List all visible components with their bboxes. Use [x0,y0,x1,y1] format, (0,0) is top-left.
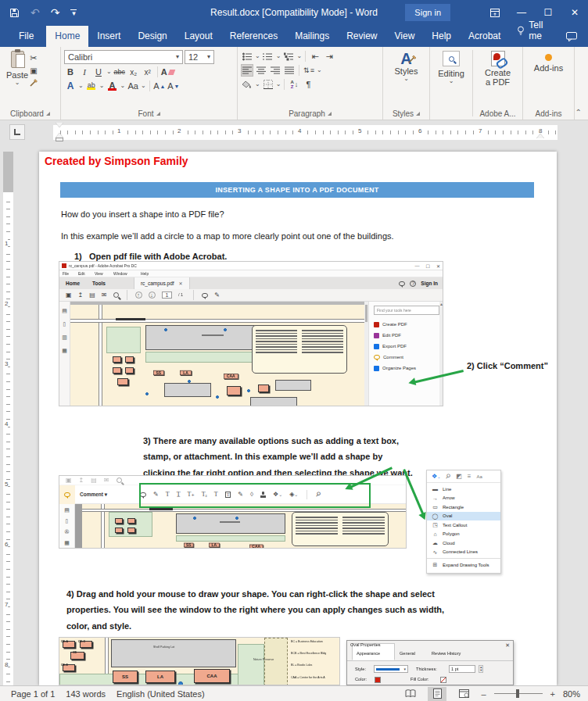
document-page[interactable]: Created by Simpson Family INSERTING A SH… [39,152,557,685]
dialog-tab-general[interactable]: General [395,643,426,660]
horizontal-ruler[interactable]: 1 2 3 4 5 6 7 8 [53,125,558,140]
attachments-panel-icon[interactable]: ▥ [62,334,67,341]
paperclip-icon[interactable]: ✇ [65,529,70,535]
bookmarks-panel-icon[interactable]: ▯ [63,321,66,327]
bookmark-icon[interactable]: ▯ [66,518,69,524]
web-layout-icon[interactable] [454,687,473,701]
tab-insert[interactable]: Insert [88,26,129,47]
shape-menu-cloud[interactable]: ☁Cloud [427,538,500,548]
underline-button[interactable]: U [92,66,105,78]
font-dialog-launcher-icon[interactable] [156,112,160,116]
layers-panel-icon[interactable]: ▦ [62,348,67,354]
drawing-tools-icon[interactable]: ❖⌄ [432,473,440,480]
tool-comment[interactable]: Comment [374,352,439,363]
layers-icon[interactable]: ▦ [64,540,70,546]
acrobat-menu-view[interactable]: View [95,271,103,276]
tab-review[interactable]: Review [338,26,385,47]
acrobat-close-icon[interactable]: ✕ [436,263,440,269]
save-icon[interactable] [9,8,20,18]
editing-button[interactable]: Editing ⌄ [430,47,472,84]
email-icon[interactable]: ✉ [104,477,109,484]
align-center-button[interactable] [255,64,267,77]
copy-page-icon[interactable]: ▤ [64,507,70,513]
tab-design[interactable]: Design [129,26,175,47]
print-icon[interactable]: ▤ [91,477,97,484]
add-ins-button[interactable]: Add-ins [523,47,574,73]
grow-font-button[interactable]: A▲ [153,80,166,92]
tab-file[interactable]: File [6,26,46,47]
zoom-slider[interactable] [494,693,543,694]
tab-acrobat[interactable]: Acrobat [460,26,509,47]
sign-in-button[interactable]: Sign in [405,4,450,21]
paste-button[interactable]: Paste ⌄ [6,47,28,108]
tell-me[interactable]: Tell me [509,15,566,47]
save-icon[interactable]: ▣ [66,477,72,484]
page-up-icon[interactable]: ↑ [135,291,142,299]
pin-icon[interactable]: ⚲ [444,472,452,481]
line-spacing-icon[interactable]: ⇅≡ [303,64,315,77]
tab-selector[interactable] [9,124,25,140]
acrobat-search-icon[interactable] [113,292,119,298]
collapse-ribbon-icon[interactable]: ⌃ [575,108,582,116]
zoom-out-icon[interactable]: – [481,689,486,699]
redo-icon[interactable]: ↷ [51,7,60,18]
tab-references[interactable]: References [221,26,286,47]
line-weight-icon[interactable]: ≡ [468,473,471,480]
clipboard-dialog-launcher-icon[interactable] [46,112,50,116]
text-effects-button[interactable]: A [64,80,77,92]
create-pdf-button[interactable]: Create a PDF [473,47,522,87]
change-case-button[interactable]: Aa [127,80,139,92]
subscript-button[interactable]: x₂ [127,66,140,78]
dialog-tab-review[interactable]: Review History [427,643,478,660]
undo-icon[interactable]: ↶ [30,7,40,18]
acrobat-doc-tab[interactable]: rc_campus.pdf ✕ [134,277,190,289]
acrobat-menu-help[interactable]: Help [141,271,149,276]
acrobat-menu-file[interactable]: File [63,271,69,276]
expand-drawing-tools[interactable]: ⊞Expand Drawing Tools [427,560,500,570]
share-icon[interactable]: ↥ [79,477,84,484]
increase-indent-icon[interactable]: ⇥ [323,50,335,63]
shape-menu-connected-lines[interactable]: ∿Connected Lines [427,548,500,557]
acrobat-minimize-icon[interactable]: — [415,263,420,269]
dialog-close-icon[interactable]: ✕ [505,642,510,649]
acrobat-maximize-icon[interactable]: ☐ [426,263,430,269]
word-count[interactable]: 143 words [66,689,106,699]
font-name-select[interactable]: Calibri▾ [64,50,183,64]
page-number-field[interactable]: 1 [162,291,173,299]
bullet-list-icon[interactable] [241,50,253,63]
font-color-button[interactable]: A [106,80,118,92]
acrobat-tab-tools[interactable]: Tools [86,281,112,286]
sort-icon[interactable]: AZ↓ [288,78,300,91]
justify-button[interactable] [283,64,296,77]
search-icon[interactable] [117,477,122,483]
tab-view[interactable]: View [386,26,424,47]
paragraph-dialog-launcher-icon[interactable] [328,112,332,116]
copy-icon[interactable]: ▣ [30,66,38,75]
shape-menu-arrow[interactable]: →Arrow [427,494,500,503]
language[interactable]: English (United States) [117,689,205,699]
acrobat-tab-home[interactable]: Home [59,281,86,286]
font-size-select[interactable]: 12▾ [185,50,214,64]
fill-color-icon[interactable]: ◩ [456,473,462,480]
acrobat-share-icon[interactable]: ↥ [78,291,84,299]
page-down-icon[interactable]: ↓ [149,291,156,299]
comment-mode-tab[interactable] [59,485,75,504]
zoom-slider-thumb[interactable] [516,689,519,698]
clear-formatting-button[interactable]: A [161,66,174,78]
zoom-level[interactable]: 80% [563,689,580,699]
align-right-button[interactable] [269,64,281,77]
multilevel-list-icon[interactable] [282,50,295,63]
pencil-tool-icon[interactable]: ✎ [214,291,220,299]
indent-marker-left[interactable] [56,123,63,141]
numbered-list-icon[interactable] [262,50,274,63]
styles-button[interactable]: A Styles ⌄ [383,47,429,82]
cut-icon[interactable]: ✂ [30,53,38,63]
tab-mailings[interactable]: Mailings [286,26,338,47]
shape-menu-rectangle[interactable]: ▭Rectangle [427,503,500,512]
thickness-field[interactable]: 1 pt [449,665,475,673]
shading-icon[interactable] [241,78,253,91]
print-layout-icon[interactable] [428,687,446,701]
help-icon[interactable]: ? [410,281,416,287]
tab-home[interactable]: Home [46,26,88,47]
tool-export-pdf[interactable]: Export PDF [374,341,439,352]
